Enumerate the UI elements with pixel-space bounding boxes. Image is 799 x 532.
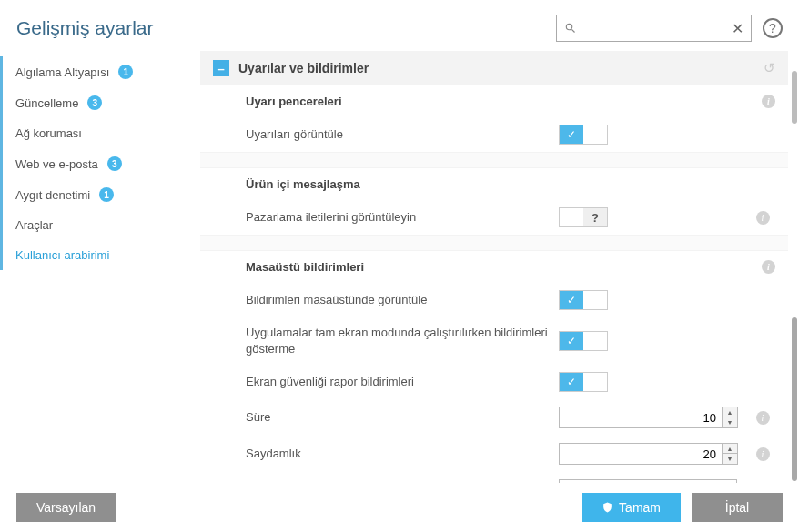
toggle-fullscreen-hide[interactable]: ✓ — [559, 331, 608, 351]
revert-icon[interactable]: ↺ — [764, 60, 775, 76]
scrollbar[interactable] — [792, 51, 799, 483]
row-marketing: Pazarlama iletilerini görüntüleyin ? i — [200, 200, 788, 235]
sidebar-item-label: Aygıt denetimi — [15, 188, 90, 202]
chevron-up-icon[interactable]: ▲ — [723, 444, 737, 454]
sidebar-item-device-control[interactable]: Aygıt denetimi 1 — [0, 179, 200, 210]
toggle-show-desktop[interactable]: ✓ — [559, 290, 608, 310]
toggle-screen-security[interactable]: ✓ — [559, 372, 608, 392]
sidebar: Algılama Altyapısı 1 Güncelleme 3 Ağ kor… — [0, 51, 200, 483]
cancel-button[interactable]: İptal — [692, 493, 783, 522]
row-min-verbosity: Görüntülenecek olayların minimum ayrıntı… — [200, 472, 788, 483]
opacity-input[interactable] — [559, 443, 723, 465]
defaults-button[interactable]: Varsayılan — [16, 493, 116, 522]
setting-label: Uyarıları görüntüle — [246, 126, 559, 143]
chevron-down-icon[interactable]: ▼ — [723, 417, 737, 427]
sidebar-item-tools[interactable]: Araçlar — [0, 210, 200, 240]
setting-label: Pazarlama iletilerini görüntüleyin — [246, 209, 559, 226]
group-header-in-product: Ürün içi mesajlaşma — [200, 168, 788, 200]
ok-button[interactable]: Tamam — [582, 493, 681, 522]
sidebar-badge: 1 — [99, 187, 114, 202]
setting-label: Ekran güvenliği rapor bildirimleri — [246, 374, 559, 390]
section-title: Uyarılar ve bildirimler — [238, 61, 369, 75]
minus-icon: – — [217, 63, 224, 75]
duration-input[interactable] — [559, 407, 723, 428]
sidebar-item-label: Araçlar — [15, 218, 53, 232]
setting-label: Saydamlık — [246, 446, 559, 462]
collapse-toggle[interactable]: – — [213, 60, 229, 76]
row-show-alerts: Uyarıları görüntüle ✓ — [200, 117, 788, 152]
setting-label: Süre — [246, 409, 559, 426]
chevron-up-icon[interactable]: ▲ — [723, 407, 737, 417]
toggle-marketing-undefined[interactable]: ? — [559, 207, 608, 227]
setting-label: Uygulamalar tam ekran modunda çalıştırıl… — [246, 325, 559, 357]
row-fullscreen-hide: Uygulamalar tam ekran modunda çalıştırıl… — [200, 317, 788, 365]
opacity-stepper[interactable]: ▲ ▼ — [723, 443, 738, 465]
sidebar-item-network-protection[interactable]: Ağ koruması — [0, 118, 200, 148]
sidebar-badge: 1 — [118, 65, 133, 79]
shield-icon — [602, 501, 613, 514]
scrollbar-thumb-upper[interactable] — [792, 71, 797, 124]
sidebar-item-label: Kullanıcı arabirimi — [15, 248, 109, 262]
row-opacity: Saydamlık ▲ ▼ i — [200, 436, 788, 472]
check-icon: ✓ — [560, 125, 583, 144]
duration-stepper[interactable]: ▲ ▼ — [723, 407, 738, 428]
footer: Varsayılan Tamam İptal — [0, 483, 799, 532]
toggle-show-alerts[interactable]: ✓ — [559, 125, 608, 145]
sidebar-badge: 3 — [87, 95, 102, 110]
row-duration: Süre ▲ ▼ i — [200, 399, 788, 436]
info-icon[interactable]: i — [756, 447, 770, 461]
sidebar-item-web-email[interactable]: Web ve e-posta 3 — [0, 148, 200, 179]
page-title: Gelişmiş ayarlar — [16, 17, 154, 39]
question-icon: ? — [583, 208, 607, 226]
group-header-desktop: Masaüstü bildirimleri i — [200, 251, 788, 283]
content-area: – Uyarılar ve bildirimler ↺ Uyarı pencer… — [200, 51, 799, 483]
info-icon[interactable]: i — [756, 411, 770, 425]
sidebar-item-label: Algılama Altyapısı — [15, 65, 109, 79]
sidebar-item-update[interactable]: Güncelleme 3 — [0, 87, 200, 118]
sidebar-item-label: Güncelleme — [15, 96, 78, 110]
row-show-desktop: Bildirimleri masaüstünde görüntüle ✓ — [200, 283, 788, 317]
sidebar-item-label: Web ve e-posta — [15, 157, 98, 171]
help-button[interactable]: ? — [763, 18, 783, 38]
sidebar-item-label: Ağ koruması — [15, 126, 82, 140]
info-icon[interactable]: i — [756, 211, 770, 225]
scrollbar-thumb-lower[interactable] — [792, 317, 797, 481]
sidebar-item-detection-engine[interactable]: Algılama Altyapısı 1 — [0, 56, 200, 87]
info-icon[interactable]: i — [762, 95, 775, 108]
clear-search-icon[interactable]: ✕ — [732, 20, 743, 37]
search-input-container[interactable]: ✕ — [556, 15, 752, 42]
group-header-alert-windows: Uyarı pencereleri i — [200, 85, 788, 117]
chevron-down-icon[interactable]: ▼ — [723, 454, 737, 464]
search-icon — [564, 22, 577, 35]
sidebar-item-user-interface[interactable]: Kullanıcı arabirimi — [0, 240, 200, 270]
setting-label: Bildirimleri masaüstünde görüntüle — [246, 292, 559, 308]
sidebar-badge: 3 — [107, 156, 122, 171]
section-header: – Uyarılar ve bildirimler ↺ — [200, 51, 788, 85]
info-icon[interactable]: i — [762, 260, 775, 274]
row-screen-security: Ekran güvenliği rapor bildirimleri ✓ — [200, 365, 788, 399]
